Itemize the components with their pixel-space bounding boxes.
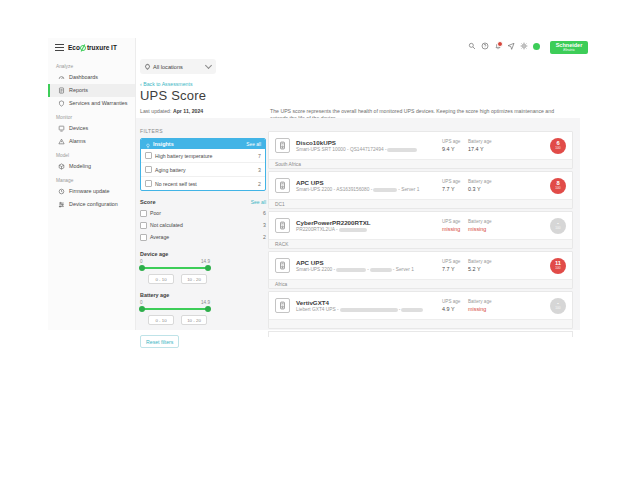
device-name[interactable]: APC UPS [296,179,442,186]
schneider-electric-button[interactable]: Schneider Electric [550,41,588,54]
filter-label: Poor [150,210,260,216]
redacted-text [387,148,417,152]
slider-title: Device age [140,251,266,257]
filter-label: Average [150,234,260,240]
ups-age-label: UPS age [442,179,468,184]
device-card[interactable]: VertivGXT4 Liebert GXT4 UPS - - UPS age … [268,291,573,329]
checkbox[interactable] [145,180,152,187]
filter-checkbox-row[interactable]: Average 2 [140,231,266,243]
score-denominator: 100 [555,227,560,230]
insights-see-all-link[interactable]: See all [246,142,261,147]
checkbox[interactable] [140,222,147,229]
range-input[interactable]: 10 - 20 [181,274,207,284]
slider-handle-min[interactable] [139,265,145,271]
ups-device-icon [275,218,290,233]
filter-checkbox-row[interactable]: Poor 6 [140,207,266,219]
filter-checkbox-row[interactable]: Aging battery 3 [141,162,265,176]
range-input[interactable]: 10 - 20 [181,315,207,325]
insights-title: Insights [153,141,244,147]
search-icon[interactable] [468,42,476,50]
filter-checkbox-row[interactable]: High battery temperature 7 [141,149,265,162]
slider-handle-max[interactable] [205,265,211,271]
device-card[interactable]: APC UPS Smart-UPS 2200 - - - Server 1 UP… [268,251,573,289]
device-location: DC1 [269,199,572,208]
sidebar-section-label: Manage [48,173,135,185]
subtitle-text: Smart-UPS 2200 - AS1639156080 - [296,187,372,192]
content-panel: FILTERS Insights See all High battery te… [136,118,580,330]
checkbox[interactable] [140,234,147,241]
subtitle-text: PR2200RTXL2UA - [296,227,338,232]
device-name[interactable]: Disco10kUPS [296,139,442,146]
partial-device-card [268,331,573,337]
score-badge[interactable]: - 100 [550,218,566,234]
menu-icon[interactable] [55,44,64,51]
sidebar-item-firmware-update[interactable]: Firmware update [48,185,135,198]
logo-row: Ecotruxure IT [48,38,135,59]
filter-count: 2 [258,181,261,187]
device-card[interactable]: APC UPS Smart-UPS 2200 - AS1639156080 - … [268,171,573,209]
insights-header[interactable]: Insights See all [141,139,265,149]
slider-handle-max[interactable] [205,306,211,312]
slider-handle-min[interactable] [139,306,145,312]
reset-filters-button[interactable]: Reset filters [140,335,179,348]
ups-device-icon [275,138,290,153]
sidebar-item-services-and-warranties[interactable]: Services and Warranties [48,97,135,110]
last-updated-value: Apr 11, 2024 [173,108,203,114]
range-slider[interactable] [140,305,210,312]
battery-age-slider-block: Battery age 0 14.9 0 - 1010 - 20 [140,292,266,325]
filter-checkbox-row[interactable]: Not calculated 3 [140,219,266,231]
battery-age-value: missing [468,306,494,312]
checkbox[interactable] [140,210,147,217]
back-link-label: Back to Assessments [143,81,192,87]
avatar-icon[interactable] [533,43,540,50]
sidebar-item-device-configuration[interactable]: Device configuration [48,198,135,211]
ups-age-value: 4.9 Y [442,306,468,312]
filter-checkbox-row[interactable]: No recent self test 2 [141,176,265,190]
notifications-icon[interactable] [494,42,502,50]
checkbox[interactable] [145,152,152,159]
feedback-icon[interactable] [507,42,515,50]
device-subtitle: Smart-UPS 2200 - - - Server 1 [296,267,442,272]
device-location [269,319,572,328]
score-badge[interactable]: - 100 [550,298,566,314]
score-badge[interactable]: 8 100 [550,178,566,194]
range-input[interactable]: 0 - 10 [148,274,174,284]
filters-title: FILTERS [140,128,266,134]
ups-age-value: 9.4 Y [442,146,468,152]
subtitle-text: Liebert GXT4 UPS - [296,307,339,312]
sidebar-item-label: Modeling [69,163,91,169]
sidebar-item-modeling[interactable]: Modeling [48,160,135,173]
score-see-all-link[interactable]: See all [251,199,266,205]
warranty-icon [58,100,65,107]
filter-count: 3 [263,222,266,228]
device-name[interactable]: CyberPowerPR2200RTXL [296,219,442,226]
filter-count: 6 [263,210,266,216]
filters-panel: FILTERS Insights See all High battery te… [140,118,266,348]
dashboard-icon [58,74,65,81]
score-badge[interactable]: 6 100 [550,138,566,154]
range-slider[interactable] [140,264,210,271]
ups-device-icon [275,178,290,193]
sidebar-item-alarms[interactable]: Alarms [48,135,135,148]
slider-track [140,267,210,269]
device-card[interactable]: Disco10kUPS Smart-UPS SRT 10000 - QS1447… [268,131,573,169]
range-input[interactable]: 0 - 10 [148,315,174,325]
settings-icon[interactable] [520,42,528,50]
device-name[interactable]: APC UPS [296,259,442,266]
ups-age-label: UPS age [442,259,468,264]
device-card[interactable]: CyberPowerPR2200RTXL PR2200RTXL2UA - UPS… [268,211,573,249]
logo-suffix: truxure IT [87,44,117,51]
device-name[interactable]: VertivGXT4 [296,299,442,306]
sidebar-item-devices[interactable]: Devices [48,122,135,135]
help-icon[interactable] [481,42,489,50]
score-badge[interactable]: 11 100 [550,258,566,274]
subtitle-text: - Server 1 [398,187,419,192]
checkbox[interactable] [145,166,152,173]
sidebar-item-dashboards[interactable]: Dashboards [48,71,135,84]
device-location: South Africa [269,159,572,168]
sidebar-section-label: Model [48,148,135,160]
sidebar-item-reports[interactable]: Reports [48,84,135,97]
location-selector[interactable]: All locations [140,59,216,74]
sidebar-item-label: Firmware update [69,188,109,194]
back-to-assessments-link[interactable]: ‹ Back to Assessments [140,81,193,87]
